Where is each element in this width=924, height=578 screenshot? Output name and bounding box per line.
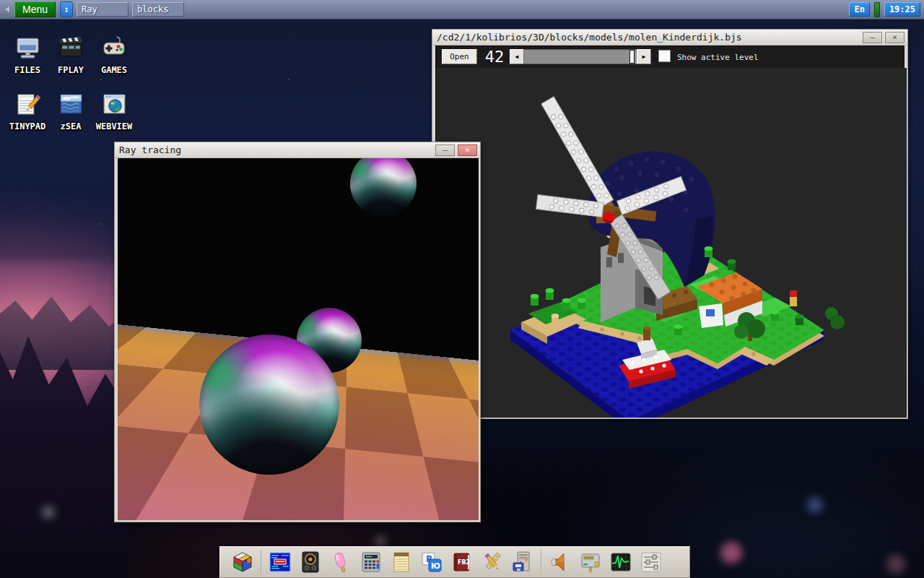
sea-photo-icon [58,91,84,118]
ray-window-title: Ray tracing [119,144,432,155]
bokeh-light [720,542,742,564]
desktop-icon-fplay[interactable]: FPLAY [49,35,92,91]
svg-text:FB2: FB2 [458,559,470,566]
network-card-icon[interactable] [579,551,602,574]
taskbar-item-blocks[interactable]: blocks [132,2,184,17]
mixer-settings-icon[interactable] [640,551,663,574]
open-button[interactable]: Open [442,49,477,64]
lego-windmill-model [436,68,907,418]
desktop-icon-label: WEBVIEW [96,121,133,131]
ice-cream-icon[interactable] [329,551,352,574]
notepad-pencil-icon [14,91,41,118]
calculator-icon[interactable] [359,551,383,574]
bokeh-light [375,536,385,546]
menu-button[interactable]: Menu [14,1,56,17]
window-switch-icon[interactable]: ↕ [60,1,73,17]
system-monitor-icon[interactable] [609,551,632,574]
ray-scene [118,158,479,520]
notepad-icon[interactable] [390,551,413,574]
taskbar-clock[interactable]: 19:25 [884,2,920,17]
desktop-icon-files[interactable]: FILES [6,35,49,91]
scrollbar-track[interactable] [524,49,637,64]
keyboard-layout-ru-icon[interactable]: R Ю [420,551,443,574]
desktop-icon-tinypad[interactable]: TINYPAD [6,91,49,147]
svg-text:Ю: Ю [431,561,440,571]
dock: R Ю FB2 [219,546,690,578]
desktop-icon-label: TINYPAD [9,121,46,131]
model-viewport[interactable] [436,68,907,418]
computer-monitor-icon [14,35,41,61]
blocks-toolbar: Open 42 ◀ ▶ Show active level [436,46,904,68]
blocks-window-titlebar[interactable]: /cd2/1/kolibrios/3D/blocks/models/molen_… [432,30,907,46]
hide-panel-arrow-icon[interactable] [5,7,9,12]
volume-icon[interactable] [549,551,572,574]
language-indicator[interactable]: En [849,2,869,17]
speaker-box-icon[interactable] [299,551,322,574]
rubik-cube-icon[interactable] [231,551,254,574]
bokeh-light [807,497,823,513]
scrollbar-thumb[interactable] [629,50,635,64]
cpu-load-indicator[interactable] [874,2,880,17]
system-installer-icon[interactable] [511,551,534,574]
design-tools-icon[interactable] [481,551,504,574]
desktop-icon-label: FILES [14,65,40,75]
ray-window-titlebar[interactable]: Ray tracing – × [115,142,480,158]
sphere-far [350,158,417,217]
bokeh-light [42,506,55,519]
close-button[interactable]: × [885,32,905,43]
close-button[interactable]: × [458,144,477,156]
desktop-icon-zsea[interactable]: zSEA [49,91,92,147]
gamepad-icon [101,35,128,61]
show-active-level-label: Show active level [677,53,759,62]
taskbar: Menu ↕ Ray blocks En 19:25 [0,0,924,20]
film-clapper-icon [58,35,84,61]
scroll-left-arrow-icon[interactable]: ◀ [510,49,524,64]
desktop-icon-label: zSEA [61,121,82,131]
desktop-icon-label: GAMES [101,65,127,75]
desktop-icon-grid: FILES FPLAY GAMES [6,35,136,147]
scroll-right-arrow-icon[interactable]: ▶ [637,49,651,64]
desktop-icon-games[interactable]: GAMES [92,35,136,91]
fb2-reader-icon[interactable]: FB2 [450,551,474,574]
blocks-window-content: Open 42 ◀ ▶ Show active level [435,46,905,417]
blocks-window-title: /cd2/1/kolibrios/3D/blocks/models/molen_… [437,32,860,43]
blocks-window: /cd2/1/kolibrios/3D/blocks/models/molen_… [432,29,908,419]
level-value: 42 [481,48,508,66]
desktop-icon-label: FPLAY [58,65,84,75]
browser-globe-icon [101,91,128,118]
show-active-level-checkbox[interactable] [658,50,671,62]
desktop-icon-webview[interactable]: WEBVIEW [92,91,136,147]
minimize-button[interactable]: – [435,144,455,156]
minimize-button[interactable]: – [863,32,882,43]
text-editor-icon[interactable] [269,551,292,574]
bokeh-light [886,555,905,574]
taskbar-item-ray[interactable]: Ray [77,2,128,17]
ray-tracing-window: Ray tracing – × [114,142,481,522]
level-scrollbar[interactable]: ◀ ▶ [510,49,651,64]
dock-divider [261,550,262,574]
sphere-large [199,335,339,475]
dock-divider [541,550,542,574]
